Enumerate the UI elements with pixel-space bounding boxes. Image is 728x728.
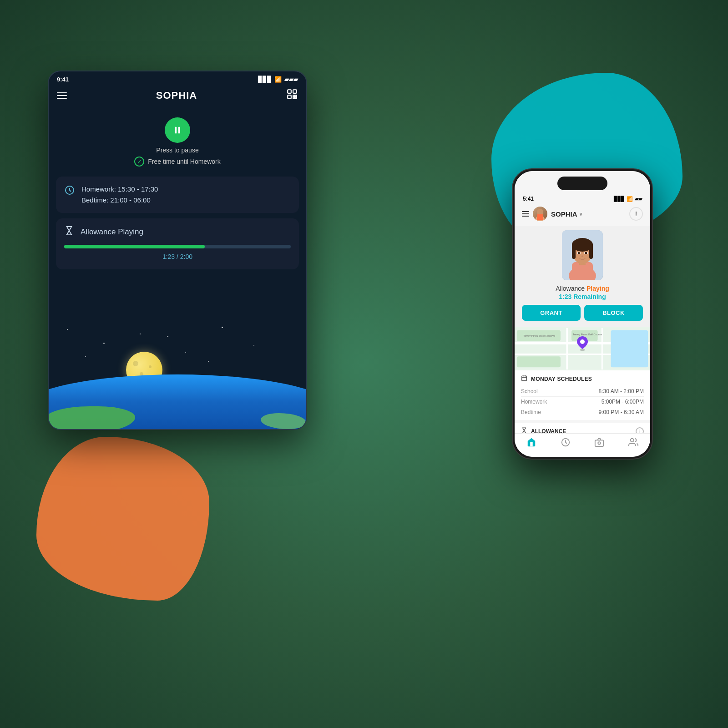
svg-rect-7 (175, 127, 177, 134)
bedtime-label: Bedtime (521, 409, 541, 415)
svg-point-23 (578, 252, 580, 254)
svg-rect-44 (595, 440, 603, 446)
svg-rect-12 (537, 214, 543, 220)
phone-device: 5:41 ▊▊▊ 📶 ▰▰ (512, 168, 653, 460)
phone-bottom-nav (515, 433, 650, 457)
monday-schedules-section: MONDAY SCHEDULES School 8:30 AM - 2:00 P… (515, 370, 650, 420)
svg-rect-3 (293, 95, 294, 96)
homework-label: Homework (521, 399, 547, 405)
svg-rect-33 (517, 356, 561, 367)
nav-camera[interactable] (594, 437, 604, 450)
info-icon[interactable]: i (636, 427, 644, 433)
svg-point-38 (580, 339, 585, 344)
time-ratio-label: 1:23 / 2:00 (64, 253, 291, 260)
nav-person[interactable] (628, 437, 638, 450)
tablet-hamburger-icon[interactable] (57, 92, 67, 99)
schedule-item-homework: Homework 5:00PM - 6:00PM (521, 397, 644, 407)
phone-header: SOPHIA ∨ ! (515, 204, 650, 226)
phone-map[interactable]: Torrey Pines State Reserve Torrey Pines … (515, 327, 650, 370)
phone-status-icons: ▊▊▊ 📶 ▰▰ (614, 196, 642, 202)
tablet-battery-icon: ▰▰▰ (284, 76, 298, 83)
school-time: 8:30 AM - 2:00 PM (599, 388, 644, 394)
playing-word: Playing (586, 285, 609, 292)
svg-point-24 (585, 252, 587, 254)
monday-title: MONDAY SCHEDULES (531, 376, 592, 382)
svg-rect-39 (522, 376, 527, 381)
phone-hamburger-icon[interactable] (522, 211, 529, 217)
schedule-item-school: School 8:30 AM - 2:00 PM (521, 386, 644, 397)
nav-home[interactable] (526, 437, 536, 450)
homework-time: 5:00PM - 6:00PM (602, 399, 644, 405)
svg-text:Torrey Pines State Reserve: Torrey Pines State Reserve (523, 334, 555, 337)
phone-avatar (533, 207, 547, 221)
homework-schedule: Homework: 15:30 - 17:30 (81, 184, 158, 195)
svg-rect-34 (611, 330, 648, 368)
phone-signal-icon: ▊▊▊ (614, 196, 625, 202)
tablet-signal-icon: ▊▊▊ (258, 76, 272, 83)
tablet-status-bar: 9:41 ▊▊▊ 📶 ▰▰▰ (49, 71, 306, 85)
svg-rect-8 (178, 127, 180, 134)
tablet-qr-icon[interactable] (286, 88, 298, 103)
phone-action-buttons: GRANT BLOCK (522, 305, 643, 321)
svg-rect-6 (293, 97, 294, 99)
svg-point-10 (537, 209, 543, 215)
svg-point-37 (580, 349, 585, 351)
remaining-time: 1:23 Remaining (559, 293, 606, 300)
tablet-schedule-card: Homework: 15:30 - 17:30 Bedtime: 21:00 -… (56, 177, 299, 213)
grant-button[interactable]: GRANT (522, 305, 581, 321)
schedule-times: Homework: 15:30 - 17:30 Bedtime: 21:00 -… (81, 184, 158, 206)
check-circle-icon: ✓ (134, 157, 144, 167)
hourglass-icon (64, 226, 74, 238)
tablet-space-scene (49, 320, 306, 429)
phone-allowance-section: ALLOWANCE i (515, 423, 650, 433)
svg-point-45 (598, 442, 601, 445)
phone-battery-icon: ▰▰ (635, 196, 642, 202)
home-icon (526, 437, 536, 450)
chevron-down-icon[interactable]: ∨ (579, 212, 582, 217)
free-time-row: ✓ Free time until Homework (134, 157, 221, 167)
phone-time: 5:41 (523, 196, 534, 202)
bedtime-time: 9:00 PM - 6:30 AM (599, 409, 644, 415)
svg-rect-2 (288, 95, 291, 99)
tablet-allowance-card: Allowance Playing 1:23 / 2:00 (56, 218, 299, 269)
tablet-clock-icon (64, 185, 75, 198)
notification-bell-icon[interactable]: ! (629, 207, 643, 221)
school-label: School (521, 388, 538, 394)
phone-name-row: SOPHIA ∨ (551, 210, 582, 218)
nav-clock[interactable] (561, 437, 571, 450)
earth-land (49, 406, 135, 429)
progress-bar-fill (64, 245, 205, 248)
schedule-section-header: MONDAY SCHEDULES (521, 375, 644, 383)
tablet-header: SOPHIA (49, 85, 306, 108)
tablet-title: SOPHIA (156, 90, 197, 101)
free-time-label: Free time until Homework (148, 158, 221, 165)
svg-point-46 (630, 439, 633, 442)
tablet-wifi-icon: 📶 (274, 76, 282, 83)
allowance-playing-label: Allowance Playing (81, 228, 143, 237)
allowance-status-text: Allowance Playing (556, 285, 609, 292)
svg-rect-19 (572, 243, 576, 259)
svg-rect-1 (293, 90, 297, 93)
svg-rect-5 (295, 95, 296, 96)
earth (49, 374, 306, 429)
press-to-pause-label: Press to pause (156, 147, 198, 154)
schedule-item-bedtime: Bedtime 9:00 PM - 6:30 AM (521, 407, 644, 417)
phone-wifi-icon: 📶 (627, 196, 633, 202)
calendar-icon (521, 375, 527, 383)
camera-nav-icon (594, 437, 604, 450)
phone-header-left: SOPHIA ∨ (522, 207, 582, 221)
block-button[interactable]: BLOCK (584, 305, 643, 321)
phone-hourglass-icon (521, 427, 527, 433)
person-nav-icon (628, 437, 638, 450)
allowance-section-title: ALLOWANCE (531, 428, 566, 433)
phone-scroll-content[interactable]: MONDAY SCHEDULES School 8:30 AM - 2:00 P… (515, 370, 650, 433)
allowance-row: Allowance Playing (64, 226, 291, 238)
schedule-row: Homework: 15:30 - 17:30 Bedtime: 21:00 -… (64, 184, 291, 206)
bedtime-schedule: Bedtime: 21:00 - 06:00 (81, 195, 158, 206)
svg-rect-0 (288, 90, 291, 93)
clock-nav-icon (561, 437, 571, 450)
tablet-time: 9:41 (57, 76, 69, 83)
phone-user-name: SOPHIA (551, 210, 577, 218)
pause-button[interactable] (165, 117, 190, 143)
allowance-word: Allowance (556, 285, 585, 292)
